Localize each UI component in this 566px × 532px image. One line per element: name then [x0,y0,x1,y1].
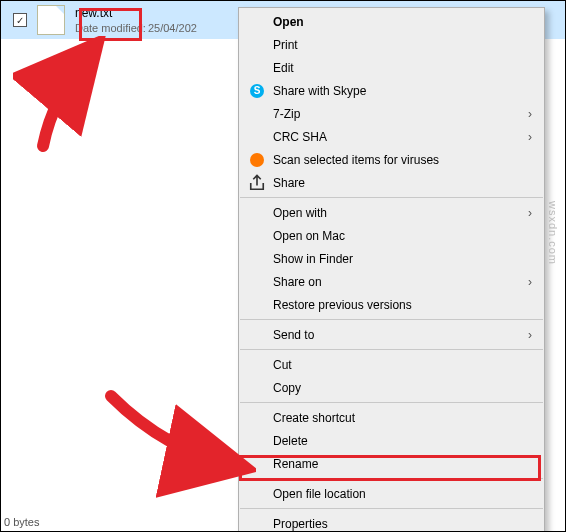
menu-separator [240,402,543,403]
file-info: new.txt Date modified:25/04/202 [75,6,197,35]
menu-separator [240,478,543,479]
menu-rename[interactable]: Rename [239,452,544,475]
menu-label: Properties [273,517,514,531]
menu-share[interactable]: Share [239,171,544,194]
menu-cut[interactable]: Cut [239,353,544,376]
menu-separator [240,349,543,350]
menu-label: Scan selected items for viruses [273,153,514,167]
menu-label: Copy [273,381,514,395]
avast-icon [247,153,267,167]
menu-share-skype[interactable]: S Share with Skype [239,79,544,102]
annotation-arrow-1 [13,36,133,156]
file-name: new.txt [75,6,197,20]
menu-open-mac[interactable]: Open on Mac [239,224,544,247]
menu-label: Restore previous versions [273,298,514,312]
menu-label: Share on [273,275,514,289]
menu-label: CRC SHA [273,130,514,144]
menu-crc-sha[interactable]: CRC SHA › [239,125,544,148]
menu-open-file-location[interactable]: Open file location [239,482,544,505]
menu-label: Rename [273,457,514,471]
chevron-right-icon: › [528,206,532,220]
file-date-value: 25/04/202 [148,22,197,34]
menu-label: Send to [273,328,514,342]
chevron-right-icon: › [528,130,532,144]
menu-scan-viruses[interactable]: Scan selected items for viruses [239,148,544,171]
menu-restore-versions[interactable]: Restore previous versions [239,293,544,316]
menu-label: Print [273,38,514,52]
chevron-right-icon: › [528,328,532,342]
menu-edit[interactable]: Edit [239,56,544,79]
menu-show-finder[interactable]: Show in Finder [239,247,544,270]
menu-label: Open [273,15,514,29]
menu-share-on[interactable]: Share on › [239,270,544,293]
menu-separator [240,197,543,198]
menu-send-to[interactable]: Send to › [239,323,544,346]
share-icon [247,173,267,193]
menu-label: Show in Finder [273,252,514,266]
chevron-right-icon: › [528,275,532,289]
menu-label: Create shortcut [273,411,514,425]
file-date-label: Date modified: [75,22,146,34]
menu-label: Open on Mac [273,229,514,243]
menu-open[interactable]: Open [239,10,544,33]
status-bar-text: 0 bytes [4,516,39,528]
menu-properties[interactable]: Properties [239,512,544,532]
menu-separator [240,319,543,320]
menu-label: Open file location [273,487,514,501]
menu-label: Open with [273,206,514,220]
menu-delete[interactable]: Delete [239,429,544,452]
menu-label: Share [273,176,514,190]
menu-label: Cut [273,358,514,372]
annotation-arrow-2 [96,381,256,501]
context-menu: Open Print Edit S Share with Skype 7-Zip… [238,7,545,532]
menu-label: Edit [273,61,514,75]
chevron-right-icon: › [528,107,532,121]
file-checkbox[interactable]: ✓ [13,13,27,27]
menu-print[interactable]: Print [239,33,544,56]
menu-7zip[interactable]: 7-Zip › [239,102,544,125]
menu-open-with[interactable]: Open with › [239,201,544,224]
skype-icon: S [247,84,267,98]
watermark: wsxdn.com [547,201,559,265]
menu-label: Share with Skype [273,84,514,98]
menu-copy[interactable]: Copy [239,376,544,399]
menu-label: Delete [273,434,514,448]
menu-label: 7-Zip [273,107,514,121]
file-icon [37,5,65,35]
menu-separator [240,508,543,509]
menu-create-shortcut[interactable]: Create shortcut [239,406,544,429]
